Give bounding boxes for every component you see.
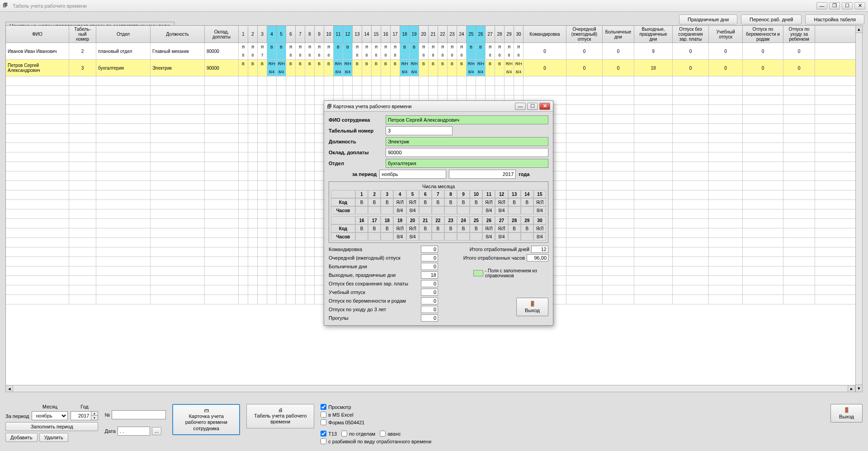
table-row[interactable] (6, 86, 862, 95)
dialog-title: Карточка учета рабочего времени (333, 104, 514, 109)
fio-input[interactable] (386, 115, 548, 124)
month-label: Месяц (32, 404, 68, 409)
position-label: Должность (329, 139, 383, 144)
employee-card-dialog: 🗐 Карточка учета рабочего времени — ☐ ✕ … (324, 100, 553, 326)
salary-label: Оклад, доплаты (329, 150, 383, 155)
dialog-close-button[interactable]: ✕ (539, 103, 550, 110)
sum-input[interactable] (421, 246, 438, 253)
add-button[interactable]: Добавить (5, 433, 38, 442)
tabnum-input[interactable] (386, 126, 453, 135)
table-row[interactable]: Иванов Иван Иванович2плановый отделГлавн… (6, 43, 862, 60)
sum-input[interactable] (421, 254, 438, 261)
t13-checkbox[interactable]: Т13 (321, 431, 337, 437)
tabnum-label: Табельный номер (329, 128, 383, 133)
legend-color (473, 270, 483, 276)
fio-label: ФИО сотрудника (329, 117, 383, 123)
year-suffix: года (519, 171, 529, 177)
fill-period-button[interactable]: Заполнить период (5, 422, 98, 431)
year-spinner[interactable]: ▴▾ (91, 411, 98, 420)
dialog-maximize-button[interactable]: ☐ (527, 103, 538, 110)
app-icon: 🗐 (3, 2, 10, 9)
sum-input[interactable] (421, 289, 438, 296)
dialog-month-input[interactable] (379, 170, 446, 179)
close-button[interactable]: ✕ (854, 2, 865, 9)
year-label: Год (71, 404, 98, 409)
scroll-down-icon[interactable]: ▾ (856, 385, 862, 392)
month-select[interactable]: ноябрь (32, 411, 68, 420)
transfer-days-button[interactable]: Перенос раб. дней (741, 14, 802, 24)
days-title: Числа месяца (331, 184, 546, 189)
date-picker-button[interactable]: ... (152, 427, 161, 435)
scroll-left-icon[interactable]: ◂ (6, 385, 13, 392)
employee-card-button[interactable]: 🗃Карточка учета рабочего времени сотрудн… (172, 404, 240, 435)
minimize-button[interactable]: — (816, 2, 827, 9)
exit-icon: 🚪 (844, 407, 850, 413)
position-input[interactable] (386, 137, 548, 146)
settings-button[interactable]: Настройка табеля (805, 14, 864, 24)
total-days-label: Итого отработанный дней (470, 247, 529, 252)
period-label: За период (5, 413, 29, 420)
total-days (531, 246, 548, 253)
dialog-exit-button[interactable]: 🚪Выход (516, 298, 548, 316)
horizontal-scrollbar[interactable]: ◂ ▸ (5, 385, 855, 392)
preview-checkbox[interactable]: Просмотр (321, 404, 431, 410)
app-title: Табель учета рабочего времени (13, 3, 816, 9)
legend-text: - Поля с заполнением из справочников (485, 268, 548, 278)
form-checkbox[interactable]: Форма 0504421 (321, 419, 431, 425)
dept-label: Отдел (329, 161, 383, 166)
restore-button[interactable]: ❐ (829, 2, 840, 9)
exit-icon: 🚪 (529, 301, 536, 307)
dept-input[interactable] (386, 159, 548, 168)
table-row[interactable] (6, 76, 862, 86)
sum-input[interactable] (421, 263, 438, 270)
breakdown-checkbox[interactable]: с разбивкой по виду отработанного времен… (321, 438, 431, 444)
advance-checkbox[interactable]: аванс (380, 431, 401, 437)
scroll-right-icon[interactable]: ▸ (848, 385, 855, 392)
days-frame: Числа месяца 123456789101112131415КодВВВ… (329, 181, 548, 243)
sum-input[interactable] (421, 297, 438, 304)
excel-checkbox[interactable]: в MS Excel (321, 412, 431, 418)
dialog-icon: 🗐 (327, 104, 332, 109)
number-label: № (104, 412, 110, 418)
card-icon: 🗃 (178, 408, 235, 413)
total-hours-label: Итого отработанных часов (463, 255, 525, 261)
year-input[interactable] (71, 411, 91, 420)
sum-input[interactable] (421, 314, 438, 322)
timesheet-report-button[interactable]: 🖨Табель учета рабочего времени (246, 404, 314, 428)
scroll-up-icon[interactable]: ▴ (856, 26, 862, 33)
by-dept-checkbox[interactable]: по отделам (341, 431, 375, 437)
dialog-titlebar[interactable]: 🗐 Карточка учета рабочего времени — ☐ ✕ (324, 101, 553, 112)
date-label: Дата (104, 428, 115, 434)
number-input[interactable] (112, 410, 166, 419)
holidays-button[interactable]: Праздничные дни (679, 14, 737, 24)
dialog-year-input[interactable] (449, 170, 516, 179)
total-hours (527, 254, 548, 261)
vertical-scrollbar[interactable]: ▴ ▾ (855, 25, 863, 392)
print-icon: 🖨 (251, 407, 309, 413)
salary-input[interactable] (386, 148, 548, 157)
maximize-button[interactable]: ☐ (842, 2, 853, 9)
main-titlebar: 🗐 Табель учета рабочего времени — ❐ ☐ ✕ (0, 0, 868, 12)
table-row[interactable]: Петров Сергей Александрович3бухгалтерияЭ… (6, 60, 862, 76)
sum-input[interactable] (421, 271, 438, 279)
sum-input[interactable] (421, 280, 438, 287)
exit-button[interactable]: 🚪Выход (830, 404, 863, 423)
delete-button[interactable]: Удалить (39, 433, 68, 442)
dialog-minimize-button[interactable]: — (515, 103, 526, 110)
bottom-panel: За период Месяц ноябрь Год ▴▾ Заполнить … (0, 400, 868, 451)
date-input[interactable] (118, 427, 150, 436)
sum-input[interactable] (421, 306, 438, 313)
dialog-period-label: за период (352, 171, 377, 177)
